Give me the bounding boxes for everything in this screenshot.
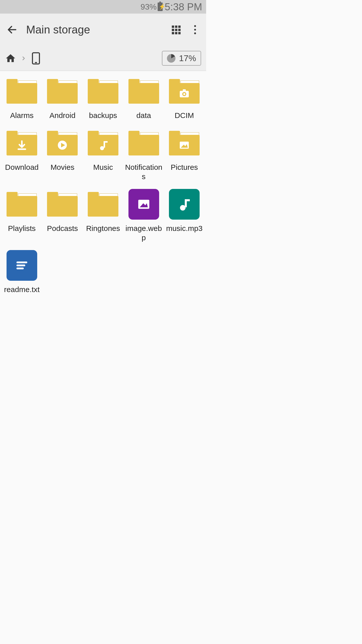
svg-rect-5	[175, 29, 177, 31]
phone-icon	[31, 52, 41, 65]
item-label: Ringtones	[86, 224, 120, 233]
folder-icon	[7, 131, 37, 155]
app-bar: Main storage	[0, 14, 206, 46]
folder-item[interactable]: Playlists	[2, 189, 42, 243]
battery-icon	[158, 3, 163, 11]
item-label: backups	[89, 111, 117, 120]
breadcrumb-storage[interactable]	[31, 52, 41, 65]
item-label: readme.txt	[4, 285, 40, 294]
folder-icon	[7, 79, 37, 104]
svg-rect-2	[175, 26, 177, 28]
folder-item[interactable]: DCIM	[164, 76, 205, 120]
breadcrumb	[5, 52, 41, 65]
folder-icon	[169, 79, 200, 104]
svg-rect-9	[178, 32, 180, 34]
item-label: Android	[50, 111, 75, 120]
svg-rect-7	[172, 32, 174, 34]
folder-item[interactable]: Music	[83, 128, 123, 181]
item-label: Notifications	[124, 163, 164, 181]
file-item[interactable]: readme.txt	[2, 250, 42, 294]
file-thumbnail	[7, 250, 37, 281]
file-item[interactable]: music.mp3	[164, 189, 205, 243]
folder-icon	[7, 192, 37, 217]
folder-item[interactable]: Alarms	[2, 76, 42, 120]
view-toggle-button[interactable]	[170, 24, 182, 36]
file-item[interactable]: image.webp	[123, 189, 164, 243]
chevron-right-icon	[21, 54, 27, 63]
item-label: image.webp	[124, 224, 164, 243]
item-label: DCIM	[175, 111, 194, 120]
storage-usage-chip[interactable]: 17%	[162, 51, 201, 66]
folder-icon	[88, 192, 118, 217]
item-label: Playlists	[8, 224, 36, 233]
item-label: music.mp3	[166, 224, 203, 233]
svg-rect-6	[178, 29, 180, 31]
folder-item[interactable]: Movies	[42, 128, 83, 181]
more-vert-icon	[194, 25, 196, 34]
pie-icon	[167, 54, 175, 63]
page-title: Main storage	[26, 23, 170, 36]
action-buttons	[170, 24, 201, 36]
folder-icon	[88, 79, 118, 104]
file-thumbnail	[169, 189, 200, 220]
folder-item[interactable]: Android	[42, 76, 83, 120]
item-label: Music	[93, 163, 113, 172]
file-grid: AlarmsAndroidbackupsdataDCIMDownloadMovi…	[0, 71, 206, 299]
folder-item[interactable]: Notifications	[123, 128, 164, 181]
breadcrumb-home[interactable]	[5, 53, 16, 64]
folder-icon	[128, 131, 159, 155]
breadcrumb-row: 17%	[0, 46, 206, 71]
folder-item[interactable]: Ringtones	[83, 189, 123, 243]
item-label: Download	[5, 163, 38, 172]
item-label: data	[136, 111, 151, 120]
svg-point-10	[194, 25, 196, 27]
overflow-menu-button[interactable]	[189, 24, 201, 36]
file-thumbnail	[128, 189, 159, 220]
svg-point-11	[194, 29, 196, 30]
status-bar: 93% 5:38 PM	[0, 0, 206, 14]
svg-rect-3	[178, 26, 180, 28]
item-label: Alarms	[10, 111, 33, 120]
svg-rect-8	[175, 32, 177, 34]
svg-rect-4	[172, 29, 174, 31]
battery-percent: 93%	[141, 2, 157, 12]
svg-rect-1	[172, 26, 174, 28]
home-icon	[5, 53, 16, 64]
folder-icon	[169, 131, 200, 155]
folder-item[interactable]: Pictures	[164, 128, 205, 181]
item-label: Podcasts	[47, 224, 78, 233]
clock: 5:38 PM	[165, 1, 202, 13]
item-label: Pictures	[171, 163, 198, 172]
item-label: Movies	[51, 163, 74, 172]
storage-percent: 17%	[179, 53, 196, 63]
back-button[interactable]	[5, 23, 19, 37]
grid-icon	[170, 24, 182, 35]
battery-indicator: 93%	[141, 2, 163, 12]
folder-icon	[47, 192, 78, 217]
folder-item[interactable]: Download	[2, 128, 42, 181]
folder-icon	[128, 79, 159, 104]
svg-point-12	[194, 32, 196, 34]
arrow-left-icon	[7, 24, 18, 35]
folder-icon	[88, 131, 118, 155]
folder-icon	[47, 131, 78, 155]
folder-item[interactable]: backups	[83, 76, 123, 120]
folder-item[interactable]: data	[123, 76, 164, 120]
folder-icon	[47, 79, 78, 104]
folder-item[interactable]: Podcasts	[42, 189, 83, 243]
